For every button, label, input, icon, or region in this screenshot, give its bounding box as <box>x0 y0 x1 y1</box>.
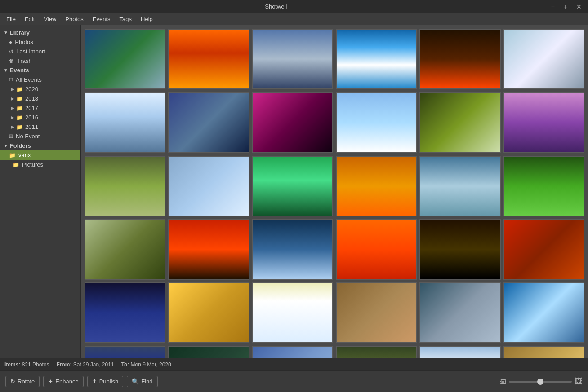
no-event-icon: ☒ <box>9 134 13 139</box>
photo-image-29 <box>420 283 499 342</box>
photo-thumb-30[interactable] <box>503 282 584 343</box>
photo-thumb-12[interactable] <box>503 92 584 153</box>
photo-thumb-34[interactable] <box>336 346 417 358</box>
photo-image-30 <box>504 283 584 342</box>
photo-image-1 <box>85 30 165 88</box>
photo-image-32 <box>169 347 248 358</box>
rotate-label: Rotate <box>18 378 35 385</box>
photo-thumb-10[interactable] <box>336 92 417 153</box>
sidebar-item-last-import[interactable]: ↺ Last Import <box>0 47 80 56</box>
photo-thumb-14[interactable] <box>168 156 249 216</box>
items-label: Items: 821 Photos <box>4 361 49 368</box>
sidebar-item-2016[interactable]: ▶ 📁 2016 <box>0 113 80 122</box>
photo-thumb-2[interactable] <box>168 29 249 89</box>
photo-thumb-1[interactable] <box>85 29 165 89</box>
photo-thumb-27[interactable] <box>252 282 333 343</box>
events-arrow: ▼ <box>4 68 8 73</box>
photo-thumb-24[interactable] <box>503 219 584 280</box>
photo-thumb-17[interactable] <box>419 156 500 216</box>
folders-section[interactable]: ▼ Folders <box>0 141 80 150</box>
year-2018-folder-icon: 📁 <box>16 96 23 102</box>
close-button[interactable]: ✕ <box>574 2 584 11</box>
titlebar: Shotwell − + ✕ <box>0 0 588 13</box>
photo-image-25 <box>85 283 165 342</box>
library-section[interactable]: ▼ Library <box>0 28 80 37</box>
photo-image-7 <box>85 93 165 152</box>
photo-image-35 <box>420 347 499 358</box>
year-2017-folder-icon: 📁 <box>16 105 23 111</box>
photo-image-4 <box>337 30 416 88</box>
photo-thumb-22[interactable] <box>336 219 417 280</box>
photo-thumb-23[interactable] <box>419 219 500 280</box>
photo-thumb-6[interactable] <box>503 29 584 89</box>
photo-thumb-4[interactable] <box>336 29 417 89</box>
rotate-button[interactable]: ↻ Rotate <box>5 376 40 387</box>
find-button[interactable]: 🔍 Find <box>127 376 157 387</box>
sidebar-item-trash[interactable]: 🗑 Trash <box>0 56 80 66</box>
library-label: Library <box>10 29 30 36</box>
sidebar-item-pictures[interactable]: 📁 Pictures <box>0 160 80 169</box>
photo-thumb-20[interactable] <box>168 219 249 280</box>
year-2017-arrow: ▶ <box>11 106 14 110</box>
sidebar-item-photos[interactable]: ● Photos <box>0 37 80 47</box>
sidebar-item-all-events[interactable]: ☐ All Events <box>0 75 80 84</box>
photo-thumb-3[interactable] <box>252 29 333 89</box>
menu-photos[interactable]: Photos <box>61 14 88 24</box>
menu-file[interactable]: File <box>2 14 20 24</box>
photo-image-22 <box>337 220 416 279</box>
photo-image-27 <box>253 283 332 342</box>
photo-thumb-31[interactable] <box>85 346 165 358</box>
photo-thumb-21[interactable] <box>252 219 333 280</box>
menu-tags[interactable]: Tags <box>115 14 136 24</box>
photo-thumb-19[interactable] <box>85 219 165 280</box>
photo-thumb-25[interactable] <box>85 282 165 343</box>
photo-thumb-13[interactable] <box>85 156 165 216</box>
photo-thumb-15[interactable] <box>252 156 333 216</box>
photo-thumb-29[interactable] <box>419 282 500 343</box>
enhance-button[interactable]: ✦ Enhance <box>43 376 83 387</box>
sidebar-item-vanx[interactable]: 📁 vanx <box>0 150 80 160</box>
photo-thumb-35[interactable] <box>419 346 500 358</box>
photo-thumb-9[interactable] <box>252 92 333 153</box>
zoom-slider[interactable] <box>509 381 572 383</box>
photo-thumb-36[interactable] <box>503 346 584 358</box>
photo-thumb-18[interactable] <box>503 156 584 216</box>
items-value: 821 Photos <box>22 361 49 368</box>
photo-thumb-32[interactable] <box>168 346 249 358</box>
photo-thumb-26[interactable] <box>168 282 249 343</box>
minimize-button[interactable]: − <box>548 2 557 11</box>
menu-help[interactable]: Help <box>136 14 157 24</box>
sidebar-trash-label: Trash <box>17 57 32 64</box>
photo-thumb-7[interactable] <box>85 92 165 153</box>
from-value: Sat 29 Jan, 2011 <box>73 361 114 368</box>
publish-button[interactable]: ⬆ Publish <box>87 376 124 387</box>
photo-thumb-11[interactable] <box>419 92 500 153</box>
photos-icon: ● <box>9 39 12 45</box>
photo-thumb-16[interactable] <box>336 156 417 216</box>
sidebar-item-2011[interactable]: ▶ 📁 2011 <box>0 122 80 132</box>
menu-view[interactable]: View <box>39 14 61 24</box>
events-section[interactable]: ▼ Events <box>0 66 80 75</box>
photo-image-20 <box>169 220 248 279</box>
sidebar-photos-label: Photos <box>15 39 33 45</box>
menu-events[interactable]: Events <box>88 14 115 24</box>
sidebar-item-2018[interactable]: ▶ 📁 2018 <box>0 94 80 103</box>
sidebar-item-2017[interactable]: ▶ 📁 2017 <box>0 103 80 113</box>
to-key: To: <box>121 361 129 368</box>
maximize-button[interactable]: + <box>561 2 570 11</box>
photo-thumb-28[interactable] <box>336 282 417 343</box>
photo-image-5 <box>420 30 499 88</box>
photo-thumb-5[interactable] <box>419 29 500 89</box>
photo-image-28 <box>337 283 416 342</box>
sidebar-year-2011-label: 2011 <box>25 123 38 130</box>
enhance-label: Enhance <box>55 378 78 385</box>
sidebar-item-no-event[interactable]: ☒ No Event <box>0 132 80 141</box>
to-label: To: Mon 9 Mar, 2020 <box>121 361 171 368</box>
sidebar-item-2020[interactable]: ▶ 📁 2020 <box>0 84 80 94</box>
photo-image-23 <box>420 220 499 279</box>
sidebar-pictures-label: Pictures <box>22 161 43 168</box>
menu-edit[interactable]: Edit <box>20 14 39 24</box>
photo-image-12 <box>504 93 584 152</box>
photo-thumb-8[interactable] <box>168 92 249 153</box>
photo-thumb-33[interactable] <box>252 346 333 358</box>
